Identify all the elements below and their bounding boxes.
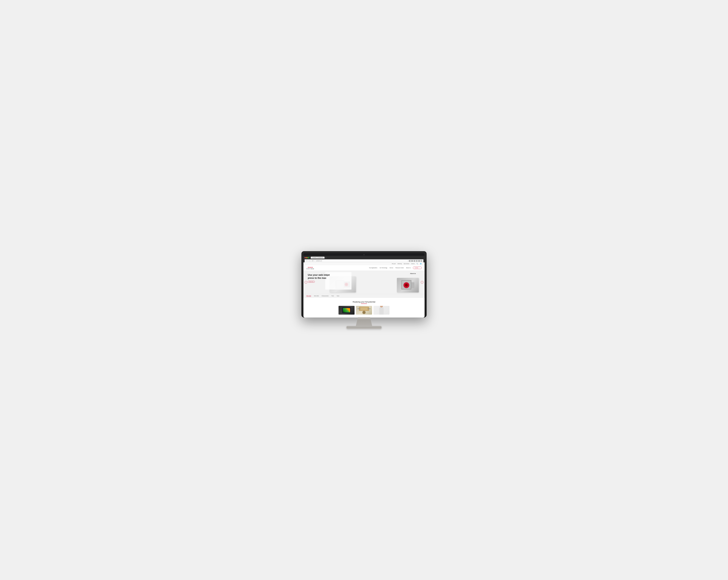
extension-icon-3[interactable]: ▲ [414, 260, 415, 262]
card-row [306, 306, 422, 314]
maximize-button[interactable] [308, 257, 309, 258]
scene: Contiweb | Contiweb BY + ‹ › ↺ contiweb.… [298, 251, 430, 329]
machine-right [397, 278, 419, 293]
hero-prev-arrow[interactable]: ← [305, 281, 307, 284]
nav-resource-center[interactable]: Resource Center [396, 267, 404, 269]
download-icon[interactable]: ↓ [416, 260, 418, 262]
refresh-button[interactable]: ↺ [312, 260, 314, 261]
monitor-shape [342, 307, 351, 313]
monitor-stand [354, 317, 374, 326]
browser-tabs: Contiweb | Contiweb BY + [311, 257, 327, 258]
close-button[interactable] [305, 257, 306, 258]
browser-chrome: Contiweb | Contiweb BY + ‹ › ↺ contiweb.… [304, 256, 424, 263]
svg-rect-7 [412, 282, 414, 288]
person-head [380, 306, 383, 307]
card-person-image [373, 306, 389, 314]
card-monitor[interactable] [339, 306, 355, 314]
traffic-lights [305, 257, 309, 258]
cat-tab-enhancements[interactable]: Enhancements [322, 295, 329, 297]
hero-section: Use your web inkjet press to the max Rea… [304, 271, 424, 294]
person-body [379, 307, 384, 314]
website-content: WS print WebShop MyContiweb Careers 🔍 🌐 … [304, 263, 424, 317]
more-options-icon[interactable]: ⋮ [420, 260, 422, 262]
browser-toolbar: Contiweb | Contiweb BY + [305, 257, 423, 259]
nav-service[interactable]: Service [390, 267, 393, 269]
new-tab-button[interactable]: + [324, 257, 327, 258]
monitor-screen [343, 308, 350, 312]
contact-button[interactable]: Contact → [413, 267, 422, 269]
search-icon[interactable]: 🔍 [416, 263, 418, 265]
hero-text-block: Use your web inkjet press to the max Rea… [308, 274, 331, 283]
forward-button[interactable]: › [309, 260, 311, 261]
potential-title: Realizing your full potential [306, 301, 422, 303]
contact-arrow-icon: → [419, 267, 420, 269]
nav-our-technology[interactable]: Our Technology [380, 267, 387, 269]
extension-icon-2[interactable]: ◆ [411, 260, 413, 262]
machine-right-svg [400, 279, 415, 291]
monitor-bezel: Contiweb | Contiweb BY + ‹ › ↺ contiweb.… [304, 253, 424, 317]
utility-link-ws-print[interactable]: WS print [392, 263, 396, 264]
monitor-shell: Contiweb | Contiweb BY + ‹ › ↺ contiweb.… [302, 251, 426, 317]
svg-rect-11 [360, 307, 368, 310]
camera-dot [363, 254, 365, 255]
nav-links: Your Applications Our Technology Service… [369, 267, 422, 269]
utility-bar: WS print WebShop MyContiweb Careers 🔍 🌐 [304, 263, 424, 265]
profile-icon[interactable]: ◉ [418, 260, 420, 262]
card-monitor-image [339, 306, 355, 314]
nav-about-us[interactable]: About Us [406, 267, 411, 269]
active-tab[interactable]: Contiweb | Contiweb BY [311, 257, 324, 258]
back-button[interactable]: ‹ [306, 260, 308, 261]
utility-link-webshop[interactable]: WebShop [397, 263, 402, 264]
svg-point-9 [405, 284, 408, 287]
browser-toolbar-icons: ● ◆ ▲ ↓ ◉ ⋮ [409, 260, 422, 262]
right-arrow-icon: → [421, 282, 423, 283]
browser-nav-bar: ‹ › ↺ contiweb.com ● ◆ ▲ ↓ ◉ ⋮ [305, 259, 423, 263]
contact-label: Contact [415, 267, 418, 269]
logo-text: CONTIWEB [306, 268, 314, 269]
potential-section: Realizing your full potential [304, 298, 424, 317]
parts-svg [356, 306, 372, 314]
card-service[interactable] [373, 306, 389, 314]
utility-link-careers[interactable]: Careers [411, 263, 415, 264]
nav-your-applications[interactable]: Your Applications [369, 267, 377, 269]
card-parts[interactable] [356, 306, 372, 314]
cat-tab-web-offset[interactable]: Web offset [314, 295, 319, 297]
monitor-base [346, 326, 382, 329]
logo-icon: ∾∾∾ [308, 266, 313, 268]
utility-link-mycontiweb[interactable]: MyContiweb [404, 263, 410, 264]
hero-title: Use your web inkjet press to the max [308, 274, 331, 280]
svg-point-13 [363, 312, 365, 313]
cat-tab-news[interactable]: News [337, 295, 339, 297]
minimize-button[interactable] [306, 257, 308, 258]
card-parts-image [356, 306, 372, 314]
extension-icon-1[interactable]: ● [409, 260, 411, 262]
main-navigation: ∾∾∾ CONTIWEB Your Applications Our Techn… [304, 265, 424, 271]
read-more-button[interactable]: Read more [308, 281, 315, 283]
globe-icon[interactable]: 🌐 [420, 263, 422, 265]
cat-tab-parts[interactable]: Parts [331, 295, 334, 297]
hero-next-arrow[interactable]: → [421, 281, 423, 284]
category-tabs: Web inkjet Web offset Enhancements Parts… [304, 294, 424, 298]
cat-tab-web-inkjet[interactable]: Web inkjet [306, 295, 311, 297]
left-arrow-icon: ← [305, 282, 307, 283]
logo[interactable]: ∾∾∾ CONTIWEB [306, 266, 314, 269]
address-bar[interactable]: contiweb.com [314, 260, 408, 262]
